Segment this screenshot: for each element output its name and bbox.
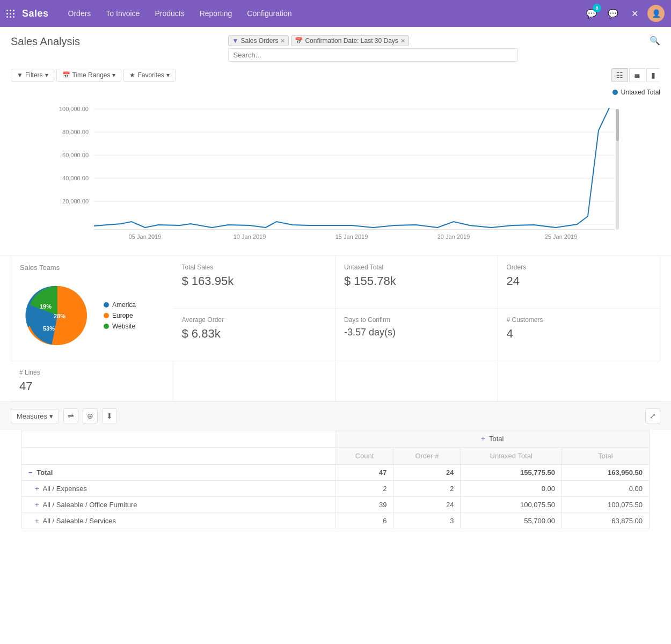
- filters-chevron: ▾: [45, 71, 48, 79]
- menu-reporting[interactable]: Reporting: [193, 6, 239, 21]
- plus-services-icon[interactable]: +: [35, 517, 39, 525]
- svg-text:80,000.00: 80,000.00: [62, 129, 89, 135]
- chat-icon[interactable]: 💬: [604, 5, 622, 22]
- pivot-table: + Total Count Order # Untaxed Total Tota…: [21, 430, 650, 529]
- measures-chevron-icon: ▾: [49, 412, 53, 420]
- avatar[interactable]: 👤: [647, 5, 665, 22]
- pivot-row-expenses: + All / Expenses 2 2 0.00 0.00: [22, 481, 650, 497]
- customers-label: # Customers: [507, 316, 652, 324]
- filters-button[interactable]: ▼ Filters ▾: [11, 69, 54, 82]
- svg-rect-18: [616, 109, 619, 141]
- avg-order-label: Average Order: [182, 316, 327, 324]
- measures-button[interactable]: Measures ▾: [11, 409, 59, 423]
- expenses-total: 0.00: [562, 481, 650, 497]
- europe-dot: [104, 313, 109, 318]
- top-search-icon[interactable]: 🔍: [650, 35, 660, 46]
- menu-orders[interactable]: Orders: [62, 6, 98, 21]
- col-untaxed: Untaxed Total: [461, 448, 562, 465]
- legend-label-untaxed: Untaxed Total: [621, 89, 660, 96]
- time-ranges-button[interactable]: 📅 Time Ranges ▾: [56, 69, 122, 82]
- measures-label: Measures: [17, 412, 47, 420]
- minus-total-icon[interactable]: −: [28, 469, 33, 477]
- plus-expenses-icon[interactable]: +: [35, 485, 39, 493]
- view-buttons: ☷ ≣ ▮: [611, 68, 660, 82]
- website-dot: [104, 324, 109, 329]
- navbar-menu: Orders To Invoice Products Reporting Con…: [62, 6, 583, 21]
- apps-grid-icon[interactable]: [6, 10, 14, 18]
- svg-text:28%: 28%: [54, 313, 65, 319]
- svg-text:20 Jan 2019: 20 Jan 2019: [437, 233, 470, 240]
- bar-view-button[interactable]: ▮: [646, 68, 660, 82]
- brand-name[interactable]: Sales: [22, 8, 49, 19]
- svg-text:15 Jan 2019: 15 Jan 2019: [336, 233, 368, 240]
- notification-icon[interactable]: 💬 8: [583, 5, 600, 22]
- menu-to-invoice[interactable]: To Invoice: [99, 6, 146, 21]
- menu-products[interactable]: Products: [148, 6, 191, 21]
- america-label: America: [112, 301, 136, 309]
- america-dot: [104, 302, 109, 308]
- time-icon: 📅: [62, 71, 70, 79]
- favorites-button[interactable]: ★ Favorites ▾: [123, 69, 175, 82]
- services-total: 63,875.00: [562, 513, 650, 529]
- fullscreen-button[interactable]: ⤢: [645, 408, 660, 423]
- svg-text:100,000.00: 100,000.00: [59, 106, 89, 112]
- expenses-untaxed: 0.00: [461, 481, 562, 497]
- legend-website: Website: [104, 323, 136, 330]
- services-label: + All / Saleable / Services: [22, 513, 336, 529]
- stat-avg-order: Average Order $ 6.83k: [173, 309, 336, 361]
- list-view-button[interactable]: ≣: [629, 68, 645, 82]
- navbar: Sales Orders To Invoice Products Reporti…: [0, 0, 671, 27]
- remove-filter-tag-0[interactable]: ✕: [280, 38, 285, 45]
- plus-total-icon[interactable]: +: [481, 435, 485, 443]
- pivot-table-container: + Total Count Order # Untaxed Total Tota…: [0, 430, 671, 540]
- expand-all-button[interactable]: ⊕: [83, 408, 98, 423]
- stats-section: Total Sales $ 163.95k Untaxed Total $ 15…: [0, 255, 671, 401]
- filter-funnel-icon: ▼: [232, 37, 238, 45]
- days-confirm-value: -3.57 day(s): [344, 327, 489, 338]
- toolbar-row: ▼ Filters ▾ 📅 Time Ranges ▾ ★ Favorites …: [0, 66, 671, 86]
- total-order: 24: [393, 465, 461, 481]
- svg-text:20,000.00: 20,000.00: [62, 198, 89, 204]
- remove-filter-tag-1[interactable]: ✕: [400, 38, 405, 45]
- plus-furniture-icon[interactable]: +: [35, 501, 39, 509]
- close-icon[interactable]: ✕: [626, 5, 643, 22]
- chart-view-button[interactable]: ☷: [611, 68, 628, 82]
- line-chart: 100,000.00 80,000.00 60,000.00 40,000.00…: [11, 98, 660, 254]
- pivot-toolbar: Measures ▾ ⇌ ⊕ ⬇ ⤢: [0, 401, 671, 430]
- stat-untaxed-total: Untaxed Total $ 155.78k: [336, 256, 498, 309]
- furniture-untaxed: 100,075.50: [461, 497, 562, 513]
- expenses-order: 2: [393, 481, 461, 497]
- total-sales-value: $ 163.95k: [182, 274, 327, 288]
- filter-tag-date[interactable]: 📅 Confirmation Date: Last 30 Days ✕: [291, 35, 409, 46]
- calendar-icon: 📅: [295, 37, 303, 45]
- sales-teams-card: Sales Teams: [11, 256, 173, 361]
- customers-value: 4: [507, 327, 652, 341]
- total-untaxed: 155,775.50: [461, 465, 562, 481]
- filter-tag-sales-orders[interactable]: ▼ Sales Orders ✕: [228, 35, 289, 46]
- stat-lines: # Lines 47: [11, 361, 173, 401]
- legend-europe: Europe: [104, 312, 136, 319]
- lines-value: 47: [19, 379, 164, 393]
- legend-america: America: [104, 301, 136, 309]
- stat-empty-2: [336, 361, 498, 401]
- untaxed-total-label: Untaxed Total: [344, 264, 489, 271]
- download-button[interactable]: ⬇: [102, 408, 117, 423]
- pivot-total-row: − Total 47 24 155,775.50 163,950.50: [22, 465, 650, 481]
- flip-axis-button[interactable]: ⇌: [63, 408, 78, 423]
- navbar-icons: 💬 8 💬 ✕ 👤: [583, 5, 665, 22]
- pie-legend: America Europe Website: [104, 301, 136, 330]
- pie-and-legend: 53% 28% 19% America Europe Webs: [20, 278, 165, 353]
- stat-empty-3: [498, 361, 661, 401]
- total-row-label: − Total: [22, 465, 336, 481]
- svg-text:53%: 53%: [43, 325, 55, 332]
- filter-tag-label: Sales Orders: [240, 37, 278, 45]
- stat-total-sales: Total Sales $ 163.95k: [173, 256, 336, 309]
- avg-order-value: $ 6.83k: [182, 327, 327, 341]
- pivot-row-furniture: + All / Saleable / Office Furniture 39 2…: [22, 497, 650, 513]
- search-input[interactable]: [233, 51, 513, 59]
- menu-configuration[interactable]: Configuration: [240, 6, 298, 21]
- pivot-sub-header-row: Count Order # Untaxed Total Total: [22, 448, 650, 465]
- orders-label: Orders: [507, 264, 652, 271]
- stat-customers: # Customers 4: [498, 309, 661, 361]
- filter-icon: ▼: [17, 71, 23, 79]
